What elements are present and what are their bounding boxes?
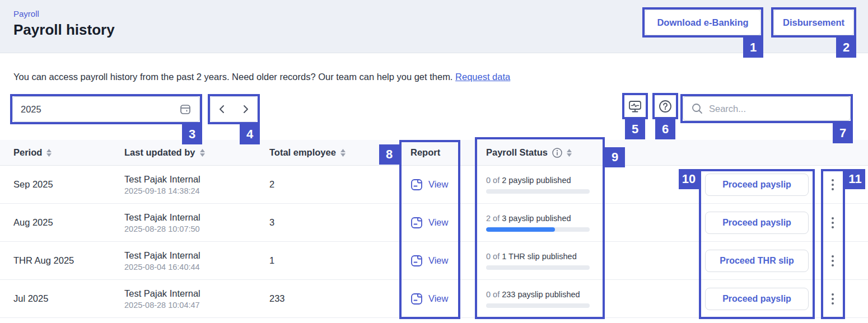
payslip-document-icon — [410, 293, 423, 305]
row-menu-kebab-icon[interactable] — [828, 252, 837, 270]
annotation-box-4: 4 — [208, 94, 260, 124]
chevron-right-icon[interactable] — [241, 105, 250, 114]
total-employee-cell: 2 — [269, 179, 410, 190]
help-icon[interactable] — [655, 95, 676, 117]
sort-icon[interactable] — [46, 149, 52, 157]
disbursement-button[interactable]: Disbursement — [773, 10, 854, 35]
last-updated-cell: Test Pajak Internal 2025-08-28 10:04:47 — [124, 288, 269, 310]
view-report-link[interactable]: View — [410, 255, 486, 267]
row-menu-kebab-icon[interactable] — [828, 214, 837, 232]
row-menu-kebab-icon[interactable] — [828, 176, 837, 194]
total-employee-cell: 3 — [269, 217, 410, 228]
download-ebanking-button[interactable]: Download e-Banking — [645, 10, 761, 35]
total-employee-cell: 1 — [269, 255, 410, 266]
payslip-document-icon — [410, 179, 423, 191]
search-box[interactable] — [683, 96, 851, 121]
proceed-payslip-button[interactable]: Proceed payslip — [705, 174, 809, 196]
payroll-status-cell: 2 of3 payslip published — [486, 214, 699, 232]
annotation-label-5: 5 — [625, 119, 645, 139]
history-notice: You can access payroll history from the … — [13, 72, 510, 82]
publish-progress-bar — [486, 227, 590, 232]
view-report-link[interactable]: View — [410, 179, 486, 191]
page-title: Payroll history — [13, 21, 115, 39]
calendar-icon[interactable] — [179, 103, 192, 115]
view-report-link[interactable]: View — [410, 217, 486, 229]
publish-progress-bar — [486, 265, 590, 270]
proceed-thr-slip-button[interactable]: Proceed THR slip — [705, 250, 809, 272]
payroll-history-table: Period Last updated by Total employee Re… — [0, 140, 868, 318]
activity-monitor-icon[interactable] — [624, 95, 646, 117]
table-header-row: Period Last updated by Total employee Re… — [0, 140, 868, 166]
column-header-last-updated-by[interactable]: Last updated by — [124, 147, 269, 158]
info-icon[interactable] — [552, 148, 562, 158]
period-cell: Aug 2025 — [13, 217, 124, 228]
request-data-link[interactable]: Request data — [455, 72, 510, 82]
annotation-box-1: Download e-Banking 1 — [642, 7, 763, 38]
payroll-status-cell: 0 of233 payslip published — [486, 290, 699, 308]
last-updated-cell: Test Pajak Internal 2025-09-18 14:38:24 — [124, 174, 269, 195]
sort-icon[interactable] — [567, 149, 572, 157]
payslip-document-icon — [410, 255, 423, 267]
search-icon — [691, 102, 703, 115]
publish-progress-bar — [486, 189, 590, 194]
proceed-payslip-button[interactable]: Proceed payslip — [705, 212, 809, 234]
annotation-box-5: 5 — [622, 93, 648, 119]
proceed-payslip-button[interactable]: Proceed payslip — [705, 288, 809, 310]
period-cell: Sep 2025 — [13, 179, 124, 190]
table-row: Sep 2025 Test Pajak Internal 2025-09-18 … — [0, 166, 868, 204]
view-report-link[interactable]: View — [410, 293, 486, 305]
year-pager — [210, 96, 258, 122]
year-input[interactable] — [21, 104, 179, 115]
annotation-label-6: 6 — [655, 119, 675, 139]
payroll-status-cell: 0 of1 THR slip published — [486, 252, 699, 270]
table-row: Aug 2025 Test Pajak Internal 2025-08-28 … — [0, 204, 868, 242]
payslip-document-icon — [410, 217, 423, 229]
sort-icon[interactable] — [200, 149, 205, 157]
total-employee-cell: 233 — [269, 293, 410, 304]
breadcrumb[interactable]: Payroll — [13, 9, 39, 18]
payroll-status-cell: 0 of2 payslip published — [486, 176, 699, 194]
column-header-report: Report — [410, 147, 486, 158]
last-updated-cell: Test Pajak Internal 2025-08-04 16:40:44 — [124, 250, 269, 271]
table-row: Jul 2025 Test Pajak Internal 2025-08-28 … — [0, 280, 868, 318]
column-header-payroll-status[interactable]: Payroll Status — [486, 147, 699, 158]
year-picker[interactable] — [12, 96, 200, 122]
annotation-box-2: Disbursement 2 — [771, 7, 856, 38]
publish-progress-bar — [486, 303, 590, 308]
table-row: THR Aug 2025 Test Pajak Internal 2025-08… — [0, 242, 868, 280]
last-updated-cell: Test Pajak Internal 2025-08-28 10:07:50 — [124, 212, 269, 233]
period-cell: THR Aug 2025 — [13, 255, 124, 266]
column-header-total-employee[interactable]: Total employee — [269, 147, 410, 158]
notice-text: You can access payroll history from the … — [13, 72, 452, 82]
search-input[interactable] — [709, 104, 842, 114]
period-cell: Jul 2025 — [13, 293, 124, 304]
annotation-box-3: 3 — [10, 94, 202, 124]
row-menu-kebab-icon[interactable] — [828, 290, 837, 308]
column-header-period[interactable]: Period — [13, 147, 124, 158]
sort-icon[interactable] — [340, 149, 346, 157]
chevron-left-icon[interactable] — [218, 105, 227, 114]
annotation-box-7: 7 — [680, 94, 853, 123]
annotation-box-6: 6 — [652, 93, 678, 119]
